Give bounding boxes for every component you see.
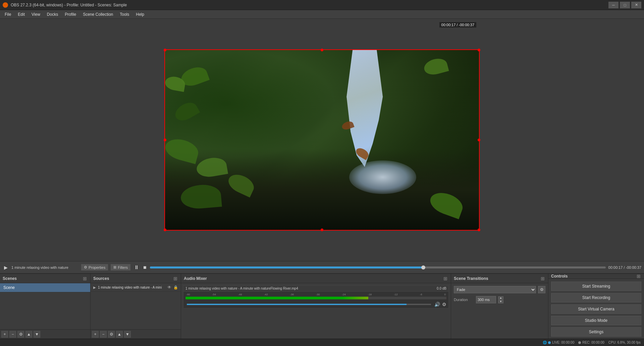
sources-panel: Sources ⊞ ▶ 1 minute relaxing video with… bbox=[91, 274, 181, 339]
start-virtual-camera-button[interactable]: Start Virtual Camera bbox=[551, 304, 641, 314]
controls-header: Controls ⊞ bbox=[548, 274, 644, 279]
live-label: LIVE: 00:00:00 bbox=[552, 341, 574, 344]
source-settings-button[interactable]: ⚙ bbox=[108, 331, 115, 338]
duration-input[interactable] bbox=[476, 296, 496, 303]
handle-ml[interactable] bbox=[164, 139, 166, 141]
source-visible-icon[interactable]: 👁 bbox=[167, 285, 171, 290]
preview-area: 00:00:17 / -00:00:37 bbox=[0, 19, 644, 261]
audio-meter-empty bbox=[368, 297, 446, 299]
progress-handle[interactable] bbox=[421, 265, 425, 269]
audio-track-name: 1 minute relaxing video with nature - A … bbox=[185, 287, 298, 290]
titlebar: OBS 27.2.3 (64-bit, windows) - Profile: … bbox=[0, 0, 644, 10]
preview-canvas bbox=[164, 49, 480, 231]
scene-move-up-button[interactable]: ▲ bbox=[25, 331, 32, 338]
menu-docks[interactable]: Docks bbox=[44, 11, 61, 17]
source-move-down-button[interactable]: ▼ bbox=[124, 331, 131, 338]
meter-scale-labels: -60 -54 -48 -42 -36 -30 -24 -18 -12 -6 0 bbox=[185, 293, 446, 296]
menu-tools[interactable]: Tools bbox=[116, 11, 132, 17]
progress-bar[interactable] bbox=[150, 266, 606, 268]
handle-bm[interactable] bbox=[321, 229, 323, 231]
handle-bl[interactable] bbox=[164, 229, 166, 231]
titlebar-left: OBS 27.2.3 (64-bit, windows) - Profile: … bbox=[3, 2, 127, 8]
audio-meter-container: -60 -54 -48 -42 -36 -30 -24 -18 -12 -6 0 bbox=[183, 292, 448, 301]
status-live: 🌐 LIVE: 00:00:00 bbox=[543, 341, 574, 344]
controls-title: Controls bbox=[551, 274, 568, 279]
controls-content: Start Streaming Start Recording Start Vi… bbox=[548, 279, 644, 346]
settings-button[interactable]: Settings bbox=[551, 327, 641, 337]
source-play-icon: ▶ bbox=[93, 286, 96, 289]
audio-dock-icon[interactable]: ⊞ bbox=[443, 276, 448, 281]
source-name-text: 1 minute relaxing video with nature - A … bbox=[98, 286, 165, 289]
menu-profile[interactable]: Profile bbox=[61, 11, 79, 17]
duration-up-button[interactable]: ▲ bbox=[498, 296, 503, 300]
sources-dock-icon[interactable]: ⊞ bbox=[173, 276, 178, 281]
scene-settings-button[interactable]: ⚙ bbox=[17, 331, 24, 338]
audio-panel: Audio Mixer ⊞ 1 minute relaxing video wi… bbox=[181, 274, 451, 339]
duration-down-button[interactable]: ▼ bbox=[498, 300, 503, 303]
menu-scene-collection[interactable]: Scene Collection bbox=[79, 11, 116, 17]
audio-controls: 🔊 ⚙ bbox=[183, 301, 448, 308]
studio-mode-button[interactable]: Studio Mode bbox=[551, 316, 641, 325]
scenes-toolbar: + − ⚙ ▲ ▼ bbox=[0, 329, 90, 339]
source-add-button[interactable]: + bbox=[92, 331, 99, 338]
audio-meter-bar bbox=[185, 297, 446, 299]
menu-edit[interactable]: Edit bbox=[14, 11, 28, 17]
scenes-header: Scenes ⊞ bbox=[0, 274, 90, 283]
audio-settings-button[interactable]: ⚙ bbox=[442, 302, 446, 307]
audio-content: 1 minute relaxing video with nature - A … bbox=[181, 283, 451, 339]
start-streaming-button[interactable]: Start Streaming bbox=[551, 282, 641, 291]
scenes-dock-icon[interactable]: ⊞ bbox=[82, 276, 88, 281]
handle-br[interactable] bbox=[478, 229, 480, 231]
transitions-content: Fade Cut Swipe Slide Stinger Fade to Col… bbox=[451, 283, 548, 339]
filter-icon: ⊞ bbox=[113, 265, 116, 269]
transition-type-row: Fade Cut Swipe Slide Stinger Fade to Col… bbox=[454, 286, 545, 293]
minimize-button[interactable]: ─ bbox=[608, 2, 619, 8]
audio-title: Audio Mixer bbox=[184, 276, 207, 281]
controls-bar: ▶ 1 minute relaxing video with nature ⚙ … bbox=[0, 261, 644, 273]
scene-add-button[interactable]: + bbox=[1, 331, 8, 338]
scene-label: Scene bbox=[3, 285, 15, 290]
transition-settings-button[interactable]: ⚙ bbox=[538, 286, 545, 293]
source-item[interactable]: ▶ 1 minute relaxing video with nature - … bbox=[91, 283, 181, 292]
scene-remove-button[interactable]: − bbox=[9, 331, 16, 338]
menu-view[interactable]: View bbox=[28, 11, 44, 17]
network-icon: 🌐 bbox=[543, 341, 547, 344]
scene-move-down-button[interactable]: ▼ bbox=[34, 331, 40, 338]
play-button[interactable]: ▶ bbox=[3, 264, 9, 270]
transitions-header: Scene Transitions ⊞ bbox=[451, 274, 548, 283]
transitions-dock-icon[interactable]: ⊞ bbox=[540, 276, 545, 281]
sources-list: ▶ 1 minute relaxing video with nature - … bbox=[91, 283, 181, 329]
gear-icon: ⚙ bbox=[84, 265, 87, 269]
controls-dock-icon[interactable]: ⊞ bbox=[636, 274, 641, 279]
handle-tl[interactable] bbox=[164, 49, 166, 51]
maximize-button[interactable]: □ bbox=[620, 2, 630, 8]
handle-tr[interactable] bbox=[478, 49, 480, 51]
transition-type-select[interactable]: Fade Cut Swipe Slide Stinger Fade to Col… bbox=[454, 286, 536, 293]
close-button[interactable]: ✕ bbox=[631, 2, 641, 8]
main: 00:00:17 / -00:00:37 ▶ 1 minute relaxing… bbox=[0, 19, 644, 346]
menu-help[interactable]: Help bbox=[132, 11, 148, 17]
waterfall-scene bbox=[165, 50, 479, 230]
source-lock-icon[interactable]: 🔒 bbox=[173, 285, 178, 290]
scene-item[interactable]: Scene bbox=[0, 283, 90, 292]
mute-button[interactable]: 🔊 bbox=[434, 302, 440, 307]
handle-mr[interactable] bbox=[478, 139, 480, 141]
source-name-label: 1 minute relaxing video with nature bbox=[11, 265, 78, 269]
audio-db-value: 0.0 dB bbox=[437, 287, 446, 290]
duration-label: Duration bbox=[454, 298, 474, 302]
volume-slider[interactable] bbox=[187, 304, 431, 305]
timestamp: 00:00:17 / -00:00:37 bbox=[439, 22, 476, 28]
start-recording-button[interactable]: Start Recording bbox=[551, 293, 641, 302]
filters-button[interactable]: ⊞ Filters bbox=[111, 264, 130, 270]
menu-file[interactable]: File bbox=[1, 11, 14, 17]
live-dot bbox=[548, 341, 551, 344]
sources-title: Sources bbox=[93, 276, 109, 281]
properties-button[interactable]: ⚙ Properties bbox=[81, 264, 108, 270]
stop-button[interactable]: ■ bbox=[143, 264, 147, 271]
transition-duration-row: Duration ▲ ▼ bbox=[454, 296, 545, 303]
source-move-up-button[interactable]: ▲ bbox=[116, 331, 123, 338]
source-remove-button[interactable]: − bbox=[100, 331, 107, 338]
scenes-title: Scenes bbox=[3, 276, 17, 281]
handle-tm[interactable] bbox=[321, 49, 323, 51]
pause-button[interactable]: ⏸ bbox=[133, 264, 140, 271]
